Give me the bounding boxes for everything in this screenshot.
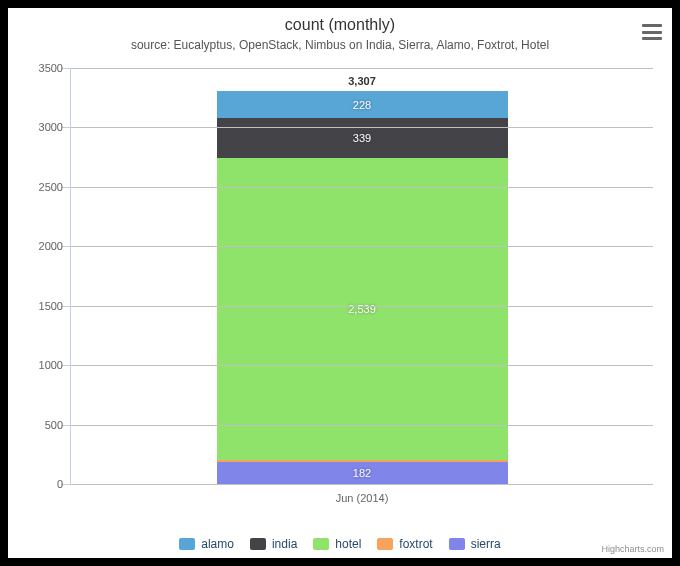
legend-swatch	[377, 538, 393, 550]
legend-item-foxtrot[interactable]: foxtrot	[377, 537, 432, 551]
y-tick-label: 500	[45, 419, 63, 431]
legend-label: foxtrot	[399, 537, 432, 551]
y-tick-label: 2500	[39, 181, 63, 193]
legend-swatch	[449, 538, 465, 550]
legend-item-hotel[interactable]: hotel	[313, 537, 361, 551]
stack-total-label: 3,307	[348, 75, 376, 87]
chart-title: count (monthly)	[8, 8, 672, 34]
grid-line	[71, 68, 653, 69]
grid-line	[71, 246, 653, 247]
segment-foxtrot[interactable]: 19	[217, 460, 508, 462]
y-tick-label: 0	[57, 478, 63, 490]
y-axis-line	[70, 68, 71, 484]
y-tick-label: 3500	[39, 62, 63, 74]
grid-line	[71, 306, 653, 307]
legend-swatch	[250, 538, 266, 550]
y-tick-label: 2000	[39, 240, 63, 252]
legend-item-india[interactable]: india	[250, 537, 297, 551]
segment-sierra[interactable]: 182	[217, 462, 508, 484]
grid-line	[71, 187, 653, 188]
segment-hotel[interactable]: 2,539	[217, 158, 508, 460]
legend-item-alamo[interactable]: alamo	[179, 537, 234, 551]
legend-label: india	[272, 537, 297, 551]
legend-label: sierra	[471, 537, 501, 551]
grid-line	[71, 365, 653, 366]
segment-alamo[interactable]: 228	[217, 91, 508, 118]
y-tick-label: 3000	[39, 121, 63, 133]
x-tick-label: Jun (2014)	[336, 492, 389, 504]
legend-label: hotel	[335, 537, 361, 551]
plot-area: Jun (2014) 3,307 182192,539339228 050010…	[71, 68, 653, 484]
segment-label: 182	[353, 467, 371, 479]
segment-label: 228	[353, 99, 371, 111]
y-tick-label: 1000	[39, 359, 63, 371]
legend: alamoindiahotelfoxtrotsierra	[8, 537, 672, 553]
chart-subtitle: source: Eucalyptus, OpenStack, Nimbus on…	[8, 34, 672, 52]
grid-line	[71, 425, 653, 426]
legend-swatch	[313, 538, 329, 550]
grid-line	[71, 127, 653, 128]
y-tick-label: 1500	[39, 300, 63, 312]
grid-line	[71, 484, 653, 485]
legend-label: alamo	[201, 537, 234, 551]
legend-swatch	[179, 538, 195, 550]
segment-label: 339	[353, 132, 371, 144]
export-menu-button[interactable]	[640, 21, 664, 43]
segment-india[interactable]: 339	[217, 118, 508, 158]
credit-link[interactable]: Highcharts.com	[601, 544, 664, 554]
legend-item-sierra[interactable]: sierra	[449, 537, 501, 551]
